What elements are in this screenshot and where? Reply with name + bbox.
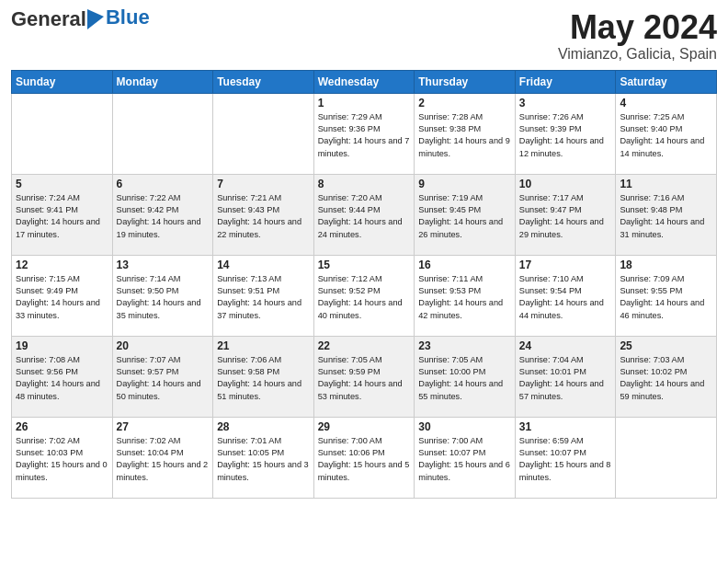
logo-general-text: General — [11, 9, 86, 29]
calendar-cell — [12, 93, 113, 174]
day-info: Sunrise: 7:03 AM Sunset: 10:02 PM Daylig… — [620, 354, 712, 403]
title-area: May 2024 Vimianzo, Galicia, Spain — [558, 9, 717, 63]
calendar-cell: 22Sunrise: 7:05 AM Sunset: 9:59 PM Dayli… — [313, 336, 415, 417]
day-number: 6 — [117, 178, 210, 190]
day-info: Sunrise: 7:13 AM Sunset: 9:51 PM Dayligh… — [217, 273, 310, 322]
calendar-week-2: 5Sunrise: 7:24 AM Sunset: 9:41 PM Daylig… — [12, 174, 717, 255]
svg-marker-0 — [87, 9, 104, 29]
day-info: Sunrise: 7:11 AM Sunset: 9:53 PM Dayligh… — [418, 273, 511, 322]
calendar-header-row: SundayMondayTuesdayWednesdayThursdayFrid… — [12, 70, 717, 93]
calendar-cell: 15Sunrise: 7:12 AM Sunset: 9:52 PM Dayli… — [313, 255, 415, 336]
day-info: Sunrise: 7:07 AM Sunset: 9:57 PM Dayligh… — [117, 354, 210, 403]
day-number: 17 — [519, 259, 612, 271]
day-number: 23 — [418, 339, 511, 352]
calendar-title: May 2024 — [558, 9, 717, 46]
day-info: Sunrise: 7:05 AM Sunset: 9:59 PM Dayligh… — [318, 354, 411, 403]
day-number: 3 — [519, 97, 612, 109]
day-info: Sunrise: 7:12 AM Sunset: 9:52 PM Dayligh… — [318, 273, 411, 322]
day-number: 22 — [318, 339, 411, 352]
calendar-cell: 25Sunrise: 7:03 AM Sunset: 10:02 PM Dayl… — [616, 336, 717, 417]
day-number: 18 — [620, 259, 712, 271]
logo: General Blue — [11, 9, 150, 29]
day-number: 21 — [217, 339, 310, 352]
day-info: Sunrise: 7:21 AM Sunset: 9:43 PM Dayligh… — [217, 192, 310, 241]
day-number: 7 — [217, 178, 310, 190]
calendar-header-sunday: Sunday — [12, 70, 113, 93]
calendar-cell: 18Sunrise: 7:09 AM Sunset: 9:55 PM Dayli… — [616, 255, 717, 336]
day-number: 16 — [418, 259, 511, 271]
day-number: 30 — [418, 420, 511, 433]
day-info: Sunrise: 7:16 AM Sunset: 9:48 PM Dayligh… — [620, 192, 712, 241]
day-info: Sunrise: 7:24 AM Sunset: 9:41 PM Dayligh… — [16, 192, 108, 241]
calendar-cell: 8Sunrise: 7:20 AM Sunset: 9:44 PM Daylig… — [313, 174, 415, 255]
day-info: Sunrise: 7:09 AM Sunset: 9:55 PM Dayligh… — [620, 273, 712, 322]
calendar-week-1: 1Sunrise: 7:29 AM Sunset: 9:36 PM Daylig… — [12, 93, 717, 174]
day-info: Sunrise: 7:04 AM Sunset: 10:01 PM Daylig… — [519, 354, 612, 403]
day-info: Sunrise: 6:59 AM Sunset: 10:07 PM Daylig… — [519, 435, 612, 484]
calendar-header-wednesday: Wednesday — [313, 70, 415, 93]
day-info: Sunrise: 7:05 AM Sunset: 10:00 PM Daylig… — [418, 354, 511, 403]
day-number: 5 — [16, 178, 108, 190]
calendar-cell: 16Sunrise: 7:11 AM Sunset: 9:53 PM Dayli… — [415, 255, 516, 336]
day-number: 24 — [519, 339, 612, 352]
day-number: 2 — [418, 97, 511, 109]
calendar-cell: 6Sunrise: 7:22 AM Sunset: 9:42 PM Daylig… — [112, 174, 213, 255]
day-info: Sunrise: 7:06 AM Sunset: 9:58 PM Dayligh… — [217, 354, 310, 403]
calendar-cell: 19Sunrise: 7:08 AM Sunset: 9:56 PM Dayli… — [12, 336, 113, 417]
calendar-cell — [213, 93, 314, 174]
calendar-table: SundayMondayTuesdayWednesdayThursdayFrid… — [11, 70, 717, 499]
day-number: 10 — [519, 178, 612, 190]
logo-blue-label: Blue — [106, 6, 150, 29]
calendar-cell: 17Sunrise: 7:10 AM Sunset: 9:54 PM Dayli… — [515, 255, 616, 336]
calendar-cell: 20Sunrise: 7:07 AM Sunset: 9:57 PM Dayli… — [112, 336, 213, 417]
calendar-header-monday: Monday — [112, 70, 213, 93]
day-info: Sunrise: 7:29 AM Sunset: 9:36 PM Dayligh… — [318, 111, 411, 160]
calendar-cell: 4Sunrise: 7:25 AM Sunset: 9:40 PM Daylig… — [616, 93, 717, 174]
calendar-cell: 7Sunrise: 7:21 AM Sunset: 9:43 PM Daylig… — [213, 174, 314, 255]
calendar-cell: 13Sunrise: 7:14 AM Sunset: 9:50 PM Dayli… — [112, 255, 213, 336]
calendar-week-3: 12Sunrise: 7:15 AM Sunset: 9:49 PM Dayli… — [12, 255, 717, 336]
calendar-week-5: 26Sunrise: 7:02 AM Sunset: 10:03 PM Dayl… — [12, 417, 717, 498]
day-number: 9 — [418, 178, 511, 190]
day-number: 13 — [117, 259, 210, 271]
day-number: 19 — [16, 339, 108, 352]
day-info: Sunrise: 7:28 AM Sunset: 9:38 PM Dayligh… — [418, 111, 511, 160]
day-number: 28 — [217, 420, 310, 433]
logo-blue-text — [86, 9, 104, 29]
day-info: Sunrise: 7:14 AM Sunset: 9:50 PM Dayligh… — [117, 273, 210, 322]
calendar-week-4: 19Sunrise: 7:08 AM Sunset: 9:56 PM Dayli… — [12, 336, 717, 417]
calendar-header-thursday: Thursday — [415, 70, 516, 93]
logo-area: General Blue — [11, 9, 150, 29]
calendar-header-saturday: Saturday — [616, 70, 717, 93]
day-number: 4 — [620, 97, 712, 109]
day-number: 29 — [318, 420, 411, 433]
day-number: 11 — [620, 178, 712, 190]
calendar-header-friday: Friday — [515, 70, 616, 93]
day-info: Sunrise: 7:19 AM Sunset: 9:45 PM Dayligh… — [418, 192, 511, 241]
calendar-cell: 28Sunrise: 7:01 AM Sunset: 10:05 PM Dayl… — [213, 417, 314, 498]
calendar-cell — [112, 93, 213, 174]
day-number: 31 — [519, 420, 612, 433]
calendar-cell: 5Sunrise: 7:24 AM Sunset: 9:41 PM Daylig… — [12, 174, 113, 255]
calendar-cell: 2Sunrise: 7:28 AM Sunset: 9:38 PM Daylig… — [415, 93, 516, 174]
day-info: Sunrise: 7:00 AM Sunset: 10:07 PM Daylig… — [418, 435, 511, 484]
calendar-cell: 31Sunrise: 6:59 AM Sunset: 10:07 PM Dayl… — [515, 417, 616, 498]
calendar-cell: 21Sunrise: 7:06 AM Sunset: 9:58 PM Dayli… — [213, 336, 314, 417]
day-info: Sunrise: 7:17 AM Sunset: 9:47 PM Dayligh… — [519, 192, 612, 241]
day-info: Sunrise: 7:10 AM Sunset: 9:54 PM Dayligh… — [519, 273, 612, 322]
calendar-cell — [616, 417, 717, 498]
day-info: Sunrise: 7:01 AM Sunset: 10:05 PM Daylig… — [217, 435, 310, 484]
day-number: 20 — [117, 339, 210, 352]
day-info: Sunrise: 7:26 AM Sunset: 9:39 PM Dayligh… — [519, 111, 612, 160]
calendar-cell: 10Sunrise: 7:17 AM Sunset: 9:47 PM Dayli… — [515, 174, 616, 255]
header: General Blue May 2024 Vimianzo, Galicia,… — [11, 9, 717, 63]
calendar-cell: 23Sunrise: 7:05 AM Sunset: 10:00 PM Dayl… — [415, 336, 516, 417]
day-info: Sunrise: 7:02 AM Sunset: 10:03 PM Daylig… — [16, 435, 108, 484]
day-number: 1 — [318, 97, 411, 109]
day-number: 15 — [318, 259, 411, 271]
calendar-subtitle: Vimianzo, Galicia, Spain — [558, 46, 717, 63]
day-number: 27 — [117, 420, 210, 433]
day-number: 25 — [620, 339, 712, 352]
calendar-cell: 30Sunrise: 7:00 AM Sunset: 10:07 PM Dayl… — [415, 417, 516, 498]
logo-icon — [87, 9, 104, 29]
